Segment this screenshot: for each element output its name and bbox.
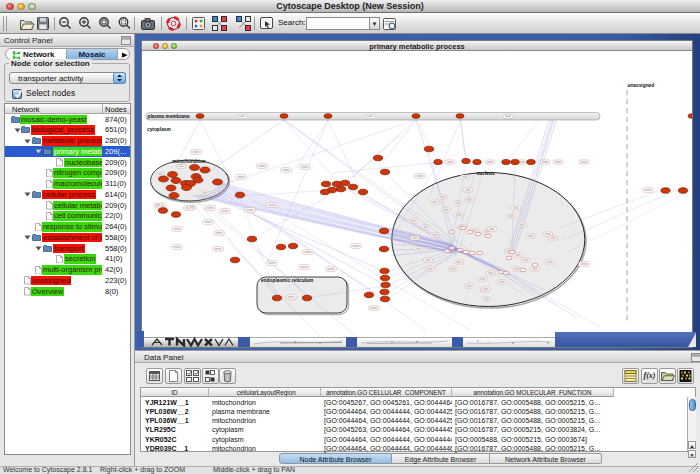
svg-text:unassigned: unassigned (628, 83, 655, 88)
svg-text:nucleus: nucleus (476, 171, 494, 176)
svg-text:plasma membrane: plasma membrane (148, 114, 190, 119)
svg-text:endoplasmic reticulum: endoplasmic reticulum (261, 278, 313, 283)
svg-text:mitochondrion: mitochondrion (172, 159, 206, 164)
svg-text:cytoplasm: cytoplasm (147, 127, 171, 132)
